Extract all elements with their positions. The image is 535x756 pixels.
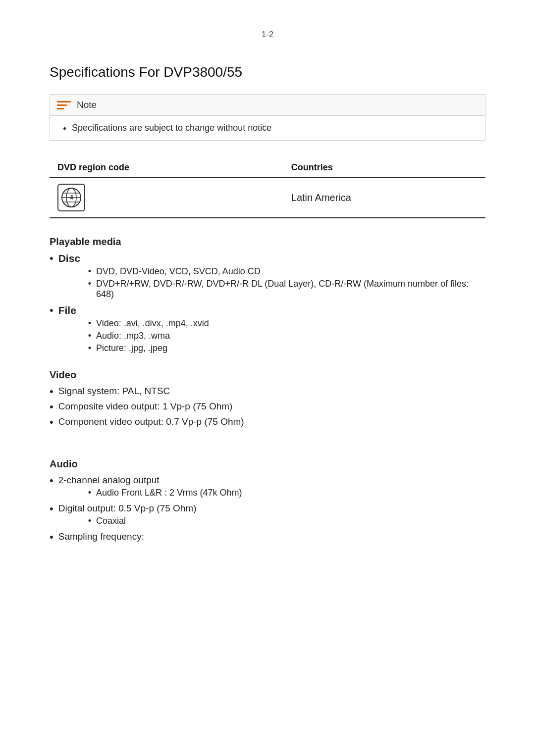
note-box: Note Specifications are subject to chang… [50,94,485,141]
file-item: File Video: .avi, .divx, .mp4, .xvid Aud… [50,304,485,355]
file-sub-item-2: Audio: .mp3, .wma [88,331,209,341]
video-item-2: Composite video output: 1 Vp-p (75 Ohm) [50,401,485,413]
page-title: Specifications For DVP3800/55 [50,64,485,80]
audio-item-1-text: 2-channel analog output [58,475,160,485]
region-icon: 4 [57,184,85,211]
table-header-row: DVD region code Countries [50,158,485,177]
audio-list: 2-channel analog output Audio Front L&R … [50,475,485,544]
analog-sub-list: Audio Front L&R : 2 Vrms (47k Ohm) [58,488,242,498]
note-icon [57,101,71,109]
playable-media-list: Disc DVD, DVD-Video, VCD, SVCD, Audio CD… [50,252,485,355]
disc-sub-item-1: DVD, DVD-Video, VCD, SVCD, Audio CD [88,266,485,277]
file-sub-item-3: Picture: .jpg, .jpeg [88,343,209,353]
file-sub-item-1: Video: .avi, .divx, .mp4, .xvid [88,318,209,329]
playable-media-section: Playable media Disc DVD, DVD-Video, VCD,… [50,236,485,355]
note-item-1: Specifications are subject to change wit… [72,122,475,134]
note-header: Note [50,95,485,116]
audio-item-2: Digital output: 0.5 Vp-p (75 Ohm) Coaxia… [50,503,485,528]
audio-item-1: 2-channel analog output Audio Front L&R … [50,475,485,500]
video-section: Video Signal system: PAL, NTSC Composite… [50,369,485,429]
digital-sub-list: Coaxial [58,516,197,526]
analog-sub-item-1: Audio Front L&R : 2 Vrms (47k Ohm) [88,488,242,498]
digital-sub-item-1: Coaxial [88,516,197,526]
svg-text:4: 4 [69,194,73,201]
table-col2-header: Countries [283,158,485,177]
note-body: Specifications are subject to change wit… [50,116,485,140]
disc-sub-list: DVD, DVD-Video, VCD, SVCD, Audio CD DVD+… [58,266,485,300]
audio-item-3-text: Sampling frequency: [58,531,144,542]
audio-section: Audio 2-channel analog output Audio Fron… [50,458,485,544]
disc-sub-item-2: DVD+R/+RW, DVD-R/-RW, DVD+R/-R DL (Dual … [88,279,485,300]
note-label: Note [77,100,97,110]
countries-cell: Latin America [283,177,485,218]
video-list: Signal system: PAL, NTSC Composite video… [50,386,485,429]
disc-label: Disc [58,252,80,264]
video-heading: Video [50,369,485,381]
file-label: File [58,304,76,316]
page-number: 1-2 [50,30,485,40]
table-col1-header: DVD region code [50,158,283,177]
playable-media-heading: Playable media [50,236,485,248]
file-sub-list: Video: .avi, .divx, .mp4, .xvid Audio: .… [58,318,209,353]
audio-heading: Audio [50,458,485,470]
audio-item-2-text: Digital output: 0.5 Vp-p (75 Ohm) [58,503,197,513]
video-item-3: Component video output: 0.7 Vp-p (75 Ohm… [50,416,485,429]
audio-item-3: Sampling frequency: [50,531,485,544]
table-row: 4 Latin America [50,177,485,218]
globe-icon: 4 [60,187,82,208]
video-item-1: Signal system: PAL, NTSC [50,386,485,398]
disc-item: Disc DVD, DVD-Video, VCD, SVCD, Audio CD… [50,252,485,302]
region-code-cell: 4 [50,177,283,218]
region-table: DVD region code Countries 4 [50,158,485,218]
